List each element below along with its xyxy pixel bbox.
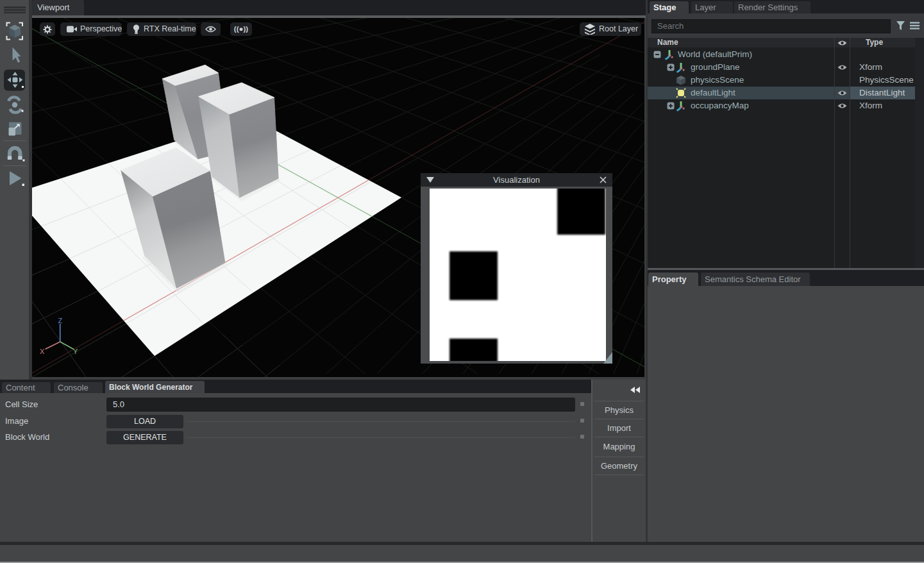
svg-text:X: X — [40, 348, 45, 355]
svg-text:Y: Y — [73, 348, 78, 355]
svg-text:Z: Z — [58, 317, 63, 324]
